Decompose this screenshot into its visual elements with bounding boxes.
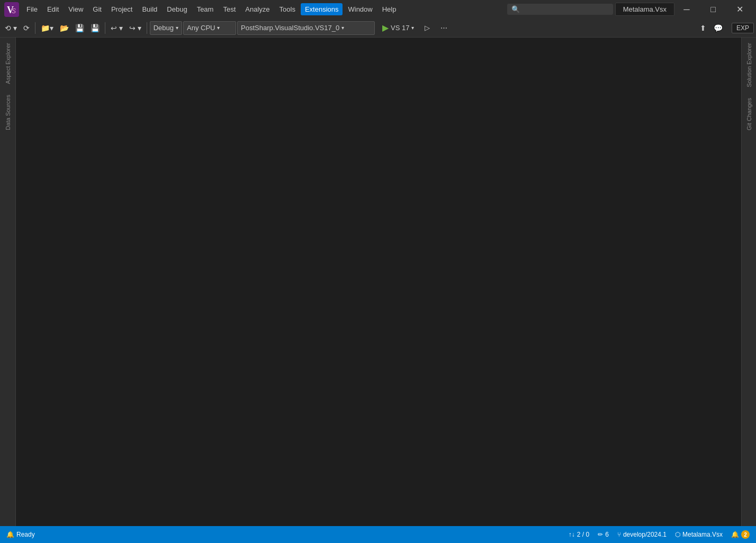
debug-config-arrow: ▾ bbox=[176, 25, 178, 31]
menu-bar: File Edit View Git Project Build Debug T… bbox=[22, 3, 507, 15]
notification-badge: 2 bbox=[741, 530, 750, 539]
menu-edit[interactable]: Edit bbox=[43, 3, 63, 15]
search-bar[interactable]: 🔍 bbox=[507, 4, 613, 15]
ready-icon: 🔔 bbox=[6, 531, 14, 538]
menu-team[interactable]: Team bbox=[193, 3, 218, 15]
svg-text:S: S bbox=[12, 7, 16, 15]
vs-logo: V S bbox=[4, 2, 19, 17]
save-button[interactable]: 💾 bbox=[73, 22, 87, 34]
vs-version-label: VS 17 bbox=[391, 24, 409, 32]
toolbar: ⟲ ▾ ⟳ 📁▾ 📂 💾 💾 ↩ ▾ ↪ ▾ Debug ▾ Any CPU ▾… bbox=[0, 19, 756, 38]
ready-status: 🔔 Ready bbox=[4, 530, 37, 539]
errors-status[interactable]: ↑↓ 2 / 0 bbox=[566, 530, 591, 539]
debug-config-label: Debug bbox=[154, 24, 174, 32]
nav-back-button[interactable]: ⟲ ▾ bbox=[2, 22, 20, 34]
title-bar: V S File Edit View Git Project Build Deb… bbox=[0, 0, 756, 19]
main-content bbox=[16, 38, 741, 526]
menu-file[interactable]: File bbox=[22, 3, 42, 15]
undo-button[interactable]: ↩ ▾ bbox=[108, 22, 125, 34]
menu-tools[interactable]: Tools bbox=[275, 3, 300, 15]
search-icon: 🔍 bbox=[511, 5, 520, 13]
pencil-count: 6 bbox=[605, 531, 609, 538]
new-project-button[interactable]: 📁▾ bbox=[38, 22, 56, 34]
menu-debug[interactable]: Debug bbox=[163, 3, 191, 15]
platform-label: Any CPU bbox=[187, 24, 215, 32]
maximize-button[interactable]: □ bbox=[701, 0, 725, 19]
platform-dropdown[interactable]: Any CPU ▾ bbox=[183, 21, 236, 35]
run-more-button[interactable]: ⋯ bbox=[436, 22, 452, 33]
menu-git[interactable]: Git bbox=[88, 3, 106, 15]
pencil-status[interactable]: ✏ 6 bbox=[596, 530, 611, 539]
run-next-button[interactable]: ▷ bbox=[420, 22, 434, 33]
notification-status[interactable]: 🔔 2 bbox=[729, 529, 752, 540]
errors-arrows-icon: ↑↓ bbox=[569, 531, 575, 538]
play-icon: ▶ bbox=[382, 23, 389, 33]
open-button[interactable]: 📂 bbox=[57, 22, 71, 34]
window-title-tab: Metalama.Vsx bbox=[615, 3, 674, 16]
solution-name: Metalama.Vsx bbox=[682, 531, 723, 538]
toolbar-right: ⬆ 💬 EXP bbox=[697, 22, 754, 34]
startup-project-arrow: ▾ bbox=[341, 25, 344, 31]
pencil-icon: ✏ bbox=[598, 531, 603, 538]
start-button[interactable]: ▶ VS 17 ▾ bbox=[378, 21, 418, 34]
toolbar-separator-1 bbox=[35, 22, 35, 34]
menu-view[interactable]: View bbox=[64, 3, 87, 15]
errors-count: 2 / 0 bbox=[577, 531, 589, 538]
startup-project-label: PostSharp.VisualStudio.VS17_0 bbox=[241, 24, 339, 32]
solution-status[interactable]: ⬡ Metalama.Vsx bbox=[673, 530, 725, 539]
branch-name: develop/2024.1 bbox=[623, 531, 667, 538]
redo-button[interactable]: ↪ ▾ bbox=[127, 22, 144, 34]
window-controls: ─ □ ✕ bbox=[674, 0, 752, 19]
branch-status[interactable]: ⑂ develop/2024.1 bbox=[615, 530, 669, 539]
menu-test[interactable]: Test bbox=[219, 3, 240, 15]
startup-project-dropdown[interactable]: PostSharp.VisualStudio.VS17_0 ▾ bbox=[237, 21, 375, 35]
bell-icon: 🔔 bbox=[731, 531, 739, 538]
feedback-button[interactable]: 💬 bbox=[711, 22, 725, 34]
menu-window[interactable]: Window bbox=[344, 3, 376, 15]
left-panel: Aspect Explorer Data Sources bbox=[0, 38, 16, 526]
menu-analyze[interactable]: Analyze bbox=[241, 3, 274, 15]
right-panel: Solution Explorer Git Changes bbox=[741, 38, 756, 526]
status-bar: 🔔 Ready ↑↓ 2 / 0 ✏ 6 ⑂ develop/2024.1 ⬡ … bbox=[0, 526, 756, 543]
run-controls: ▶ VS 17 ▾ ▷ ⋯ bbox=[378, 21, 452, 34]
platform-arrow: ▾ bbox=[217, 25, 220, 31]
menu-build[interactable]: Build bbox=[138, 3, 161, 15]
toolbar-separator-3 bbox=[147, 22, 147, 34]
toolbar-separator-2 bbox=[105, 22, 105, 34]
git-push-button[interactable]: ⬆ bbox=[697, 22, 709, 34]
aspect-explorer-panel[interactable]: Aspect Explorer bbox=[5, 38, 11, 89]
solution-explorer-panel[interactable]: Solution Explorer bbox=[746, 38, 752, 93]
menu-extensions[interactable]: Extensions bbox=[301, 3, 343, 15]
save-all-button[interactable]: 💾 bbox=[88, 22, 102, 34]
menu-project[interactable]: Project bbox=[107, 3, 137, 15]
vs-version-arrow: ▾ bbox=[411, 25, 414, 31]
branch-icon: ⑂ bbox=[617, 531, 621, 538]
minimize-button[interactable]: ─ bbox=[674, 0, 699, 19]
solution-icon: ⬡ bbox=[675, 531, 680, 538]
nav-forward-button[interactable]: ⟳ bbox=[21, 22, 32, 34]
close-button[interactable]: ✕ bbox=[727, 0, 752, 19]
debug-config-dropdown[interactable]: Debug ▾ bbox=[150, 21, 182, 35]
data-sources-panel[interactable]: Data Sources bbox=[5, 89, 11, 135]
status-right: ↑↓ 2 / 0 ✏ 6 ⑂ develop/2024.1 ⬡ Metalama… bbox=[566, 529, 752, 540]
exp-badge[interactable]: EXP bbox=[732, 23, 754, 33]
ready-label: Ready bbox=[16, 531, 35, 538]
git-changes-panel[interactable]: Git Changes bbox=[746, 93, 752, 135]
menu-help[interactable]: Help bbox=[378, 3, 401, 15]
